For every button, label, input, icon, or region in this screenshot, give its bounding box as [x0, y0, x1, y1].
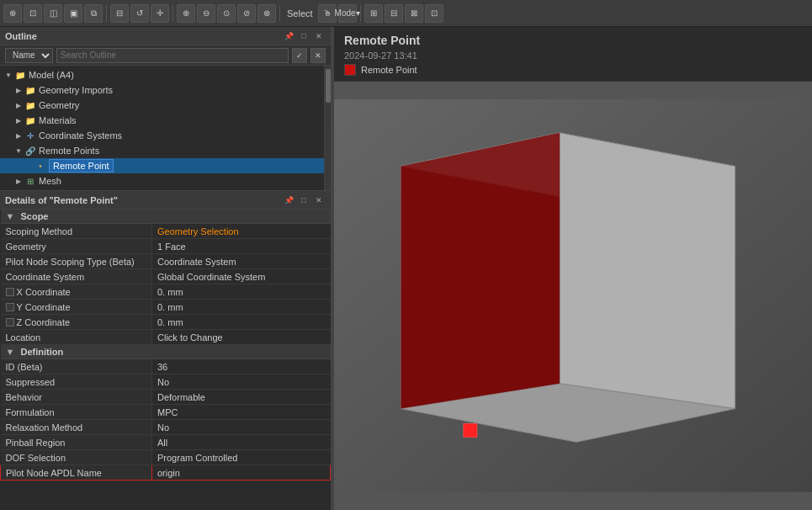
- outline-scrollbar[interactable]: [324, 66, 331, 190]
- val-pilot-node-scoping: Coordinate System: [152, 254, 331, 269]
- row-formulation[interactable]: Formulation MPC: [1, 405, 331, 420]
- row-id[interactable]: ID (Beta) 36: [1, 359, 331, 375]
- checkbox-z[interactable]: [6, 318, 14, 327]
- row-y-coordinate[interactable]: Y Coordinate 0. mm: [1, 300, 331, 315]
- select-btn[interactable]: 🖱: [318, 4, 337, 23]
- view-btn4[interactable]: ⊟: [110, 4, 129, 23]
- view-btn3[interactable]: ⧉: [84, 4, 103, 23]
- tree-item-coord-systems[interactable]: ▶ ✛ Coordinate Systems: [0, 128, 324, 143]
- viewport-legend: Remote Point: [344, 64, 802, 76]
- outline-float-btn[interactable]: □: [297, 29, 310, 43]
- icon-geom-imports: 📁: [24, 83, 37, 97]
- checkbox-y[interactable]: [6, 303, 14, 311]
- icon-remote-point: •: [34, 159, 47, 173]
- outline-pin-btn[interactable]: 📌: [282, 29, 295, 43]
- search-confirm-btn[interactable]: ✓: [292, 48, 307, 63]
- row-suppressed[interactable]: Suppressed No: [1, 375, 331, 390]
- row-pilot-node-apdl[interactable]: Pilot Node APDL Name origin: [1, 465, 331, 481]
- label-mesh: Mesh: [39, 176, 61, 186]
- tree-item-remote-points[interactable]: ▼ 🔗 Remote Points: [0, 143, 324, 158]
- val-formulation: MPC: [152, 405, 331, 420]
- search-input[interactable]: [56, 48, 289, 63]
- icon-geometry: 📁: [24, 98, 37, 112]
- search-clear-btn[interactable]: ✕: [310, 48, 326, 63]
- details-header-controls: 📌 □ ✕: [282, 194, 326, 207]
- row-relaxation-method[interactable]: Relaxation Method No: [1, 420, 331, 435]
- expand-remote-points[interactable]: ▼: [13, 146, 24, 156]
- expand-geom-imports[interactable]: ▶: [13, 85, 24, 95]
- tree-item-materials[interactable]: ▶ 📁 Materials: [0, 113, 324, 128]
- icon-model: 📁: [13, 68, 27, 82]
- zoom-btn4[interactable]: ⊘: [237, 4, 256, 23]
- prop-relaxation-method: Relaxation Method: [1, 420, 152, 435]
- main-layout: Outline 📌 □ ✕ Name ✓ ✕: [0, 27, 812, 510]
- zoom-btn1[interactable]: ⊕: [177, 4, 195, 23]
- row-pilot-node-scoping[interactable]: Pilot Node Scoping Type (Beta) Coordinat…: [1, 254, 331, 269]
- val-geometry: 1 Face: [152, 239, 331, 254]
- zoom-in-btn[interactable]: ⊕: [3, 4, 22, 23]
- view-btn1[interactable]: ◫: [44, 4, 62, 23]
- icon-btn1[interactable]: ⊞: [364, 4, 383, 23]
- zoom-btn5[interactable]: ⊗: [257, 4, 276, 23]
- row-x-coordinate[interactable]: X Coordinate 0. mm: [1, 284, 331, 300]
- details-pin-btn[interactable]: 📌: [282, 194, 295, 207]
- zoom-btn2[interactable]: ⊖: [197, 4, 215, 23]
- toolbar-sep4: [360, 5, 361, 22]
- row-scoping-method[interactable]: Scoping Method Geometry Selection: [1, 224, 331, 239]
- name-dropdown[interactable]: Name: [5, 48, 53, 63]
- toolbar-sep2: [172, 5, 173, 22]
- viewport-header: Remote Point 2024-09-27 13:41 Remote Poi…: [334, 27, 812, 82]
- toolbar-sep3: [279, 5, 280, 22]
- row-z-coordinate[interactable]: Z Coordinate 0. mm: [1, 315, 331, 330]
- fit-btn[interactable]: ⊡: [24, 4, 42, 23]
- cross-btn[interactable]: ✛: [151, 4, 169, 23]
- zoom-btn3[interactable]: ⊙: [217, 4, 236, 23]
- expand-materials[interactable]: ▶: [13, 115, 24, 125]
- row-location[interactable]: Location Click to Change: [1, 330, 331, 345]
- rotate-btn[interactable]: ↺: [130, 4, 149, 23]
- row-behavior[interactable]: Behavior Deformable: [1, 390, 331, 405]
- label-geom-imports: Geometry Imports: [39, 85, 113, 95]
- prop-z-coordinate: Z Coordinate: [1, 315, 152, 330]
- outline-header-controls: 📌 □ ✕: [282, 29, 326, 43]
- row-coordinate-system[interactable]: Coordinate System Global Coordinate Syst…: [1, 269, 331, 284]
- prop-pinball-region: Pinball Region: [1, 435, 152, 450]
- icon-btn4[interactable]: ⊡: [425, 4, 443, 23]
- expand-mesh[interactable]: ▶: [13, 176, 24, 186]
- view-btn2[interactable]: ▣: [64, 4, 82, 23]
- label-coord-systems: Coordinate Systems: [39, 130, 122, 141]
- tree-item-geometry[interactable]: ▶ 📁 Geometry: [0, 98, 324, 113]
- outline-close-btn[interactable]: ✕: [312, 29, 326, 43]
- icon-btn2[interactable]: ⊟: [385, 4, 403, 23]
- val-pilot-node-apdl: origin: [152, 465, 331, 481]
- val-z-coordinate: 0. mm: [152, 315, 331, 330]
- expand-coord-systems[interactable]: ▶: [13, 130, 24, 141]
- icon-btn3[interactable]: ⊠: [405, 4, 423, 23]
- checkbox-x[interactable]: [6, 288, 14, 296]
- outline-tree[interactable]: ▼ 📁 Model (A4) ▶ 📁 Geometry Imports ▶ 📁: [0, 66, 324, 190]
- details-table: ▼ Scope Scoping Method Geometry Selectio…: [0, 210, 331, 481]
- viewport-3d[interactable]: [334, 82, 812, 510]
- tree-item-geom-imports[interactable]: ▶ 📁 Geometry Imports: [0, 82, 324, 98]
- tree-item-remote-point[interactable]: • Remote Point: [0, 158, 324, 173]
- tree-item-mesh[interactable]: ▶ ⊞ Mesh: [0, 173, 324, 189]
- outline-tree-area: ▼ 📁 Model (A4) ▶ 📁 Geometry Imports ▶ 📁: [0, 66, 331, 190]
- row-pinball-region[interactable]: Pinball Region All: [1, 435, 331, 450]
- svg-rect-6: [464, 423, 477, 437]
- svg-marker-3: [560, 133, 735, 409]
- val-pinball-region: All: [152, 435, 331, 450]
- expand-model[interactable]: ▼: [3, 70, 13, 80]
- details-close-btn[interactable]: ✕: [312, 194, 326, 207]
- mode-btn[interactable]: Mode▾: [338, 4, 357, 23]
- expand-geometry[interactable]: ▶: [13, 100, 24, 110]
- row-geometry[interactable]: Geometry 1 Face: [1, 239, 331, 254]
- row-dof-selection[interactable]: DOF Selection Program Controlled: [1, 450, 331, 465]
- icon-remote-points: 🔗: [24, 144, 37, 157]
- icon-mesh: ⊞: [24, 174, 37, 188]
- details-float-btn[interactable]: □: [297, 194, 310, 207]
- section-definition: ▼ Definition: [1, 345, 331, 359]
- viewport-title: Remote Point: [344, 34, 802, 47]
- prop-id: ID (Beta): [1, 359, 152, 375]
- tree-item-model[interactable]: ▼ 📁 Model (A4): [0, 67, 324, 82]
- def-label: Definition: [20, 347, 63, 357]
